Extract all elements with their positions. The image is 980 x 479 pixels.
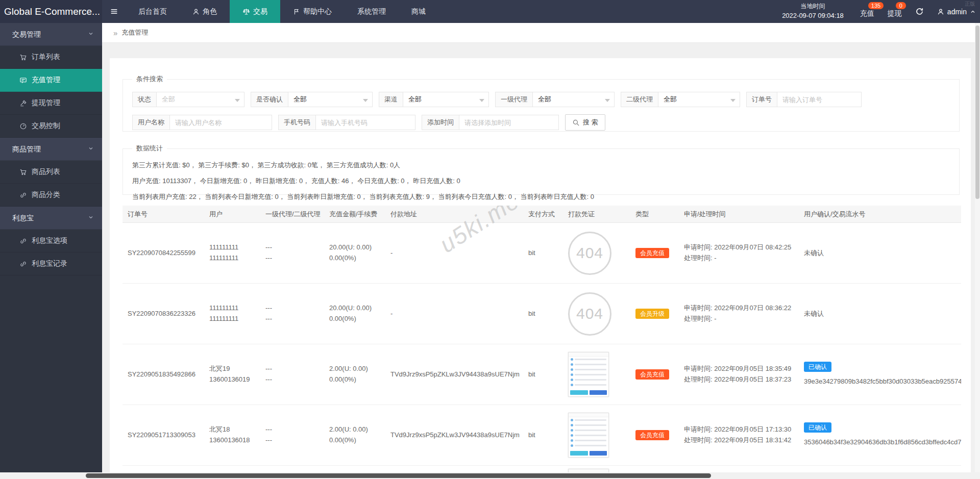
chevron-down-icon — [88, 31, 94, 37]
pay-method-cell: bit — [528, 248, 568, 259]
add-time-field-label: 添加时间 — [422, 115, 459, 130]
nav-mall[interactable]: 商城 — [399, 0, 438, 23]
sidebar-group-interest[interactable]: 利息宝 — [0, 207, 102, 230]
type-badge: 会员充值 — [635, 430, 669, 440]
pay-method-cell: bit — [528, 430, 568, 441]
cart-icon — [19, 168, 27, 176]
order-no: SY2209070836223326 — [128, 309, 209, 319]
times-cell: 申请时间: 2022年09月07日 08:36:22处理时间: - — [684, 303, 804, 324]
topbar: Global E-Commerce... 后台首页 角色 交易 帮助中心 系统管… — [0, 0, 980, 23]
col-user: 用户 — [209, 210, 265, 219]
vertical-scrollbar — [975, 23, 980, 472]
user-cell: 111111111111111111 — [209, 303, 265, 324]
order-no-input[interactable] — [777, 92, 862, 107]
nav-mall-label: 商城 — [411, 0, 426, 23]
hamburger-icon — [110, 7, 118, 16]
confirmed-badge: 已确认 — [804, 422, 831, 433]
nav-help-center[interactable]: 帮助中心 — [280, 0, 345, 23]
confirm-cell: 未确认 — [804, 248, 961, 259]
tx-hash: 39e3e34279809b3482fc5bbf30d03033b5eacb92… — [804, 376, 961, 387]
address-cell: TVd9Jrz9xsP5pZKLw3JV94438a9sUE7Njm — [390, 430, 528, 441]
gauge-icon — [19, 122, 27, 130]
type-cell: 会员充值 — [635, 430, 684, 441]
confirmed-value: 全部 — [288, 92, 373, 107]
menu-toggle-button[interactable] — [102, 0, 126, 23]
sidebar-item-withdraw-mgmt-label: 提现管理 — [32, 98, 60, 108]
page: Global E-Commerce... 后台首页 角色 交易 帮助中心 系统管… — [0, 0, 980, 479]
recharge-link[interactable]: 充值 135 — [860, 5, 874, 18]
phone-input[interactable] — [316, 115, 415, 130]
voucher-thumbnail[interactable] — [568, 413, 609, 458]
sidebar-item-goods-category[interactable]: 商品分类 — [0, 184, 102, 207]
horizontal-scrollbar — [0, 472, 980, 479]
sidebar-group-goods-label: 商品管理 — [12, 145, 41, 153]
type-cell: 会员升级 — [635, 309, 684, 319]
sidebar-group-trade-label: 交易管理 — [12, 30, 41, 38]
refresh-button[interactable] — [915, 7, 924, 16]
confirm-cell: 已确认 39e3e34279809b3482fc5bbf30d03033b5ea… — [804, 362, 961, 387]
voucher-cell — [568, 466, 635, 472]
app-logo: Global E-Commerce... — [0, 0, 102, 23]
table-row: SY2209051713309053 北冥1813600136018 -----… — [122, 405, 961, 466]
sidebar-item-order-list[interactable]: 订单列表 — [0, 46, 102, 69]
nav-system[interactable]: 系统管理 — [345, 0, 399, 23]
search-row-2: 用户名称 手机号码 添加时间 搜 索 — [132, 114, 605, 131]
order-no: SY2209051713309053 — [128, 430, 209, 441]
voucher-thumbnail[interactable] — [568, 352, 609, 397]
sidebar-item-interest-records[interactable]: 利息宝记录 — [0, 253, 102, 275]
sidebar-item-goods-list-label: 商品列表 — [32, 167, 60, 177]
search-row-1: 状态 全部 是否确认 全部 渠道 全部 一级代理 全部 二级代理 全部 — [132, 92, 862, 107]
link-icon — [19, 191, 27, 199]
sidebar-item-goods-list[interactable]: 商品列表 — [0, 161, 102, 184]
user-cell: 北冥1813600136018 — [209, 424, 265, 446]
status-select[interactable]: 状态 全部 — [132, 92, 244, 107]
select-arrow-icon — [730, 99, 736, 102]
sidebar-group-goods[interactable]: 商品管理 — [0, 138, 102, 161]
user-icon — [937, 8, 944, 15]
sidebar-item-recharge-mgmt[interactable]: 充值管理 — [0, 69, 102, 92]
times-cell: 申请时间: 2022年09月05日 18:35:49处理时间: 2022年09月… — [684, 364, 804, 385]
page-title: 充值管理 — [121, 28, 148, 37]
add-time-field: 添加时间 — [422, 115, 559, 130]
recharge-link-label: 充值 — [860, 9, 874, 17]
search-panel: 条件搜索 状态 全部 是否确认 全部 渠道 全部 一级代理 全部 — [122, 74, 960, 132]
stats-panel: 数据统计 第三方累计充值: $0， 第三方手续费: $0， 第三方成功收款: 0… — [122, 144, 960, 195]
agent2-select[interactable]: 二级代理 全部 — [621, 92, 740, 107]
agent-cell: ------ — [265, 364, 329, 385]
user-cell: 111111111111111111 — [209, 242, 265, 264]
search-panel-legend: 条件搜索 — [132, 74, 167, 84]
status-value: 全部 — [157, 92, 244, 107]
channel-value: 全部 — [403, 92, 489, 107]
sidebar-group-trade[interactable]: 交易管理 — [0, 23, 102, 46]
select-arrow-icon — [605, 99, 610, 102]
nav-dashboard[interactable]: 后台首页 — [126, 0, 180, 23]
sidebar-item-trade-control[interactable]: 交易控制 — [0, 115, 102, 138]
nav-roles[interactable]: 角色 — [180, 0, 230, 23]
confirm-text: 未确认 — [804, 310, 824, 317]
withdraw-link[interactable]: 提现 0 — [888, 5, 902, 18]
sidebar-item-withdraw-mgmt[interactable]: 提现管理 — [0, 92, 102, 115]
horizontal-scrollbar-thumb[interactable] — [86, 473, 711, 478]
agent1-label: 一级代理 — [495, 92, 533, 107]
channel-select[interactable]: 渠道 全部 — [379, 92, 489, 107]
sidebar-item-interest-options[interactable]: 利息宝选项 — [0, 230, 102, 253]
voucher-thumbnail[interactable] — [568, 469, 609, 472]
search-button[interactable]: 搜 索 — [565, 114, 605, 131]
username-input[interactable] — [170, 115, 272, 130]
col-address: 付款地址 — [390, 210, 528, 219]
channel-label: 渠道 — [379, 92, 403, 107]
tx-hash: 3536046b34f3e32904636db3b1f6d856cd3bffed… — [804, 437, 961, 448]
col-amount: 充值金额/手续费 — [329, 210, 390, 219]
link-icon — [19, 237, 27, 245]
nav-trade[interactable]: 交易 — [230, 0, 280, 23]
user-menu[interactable]: admin — [937, 8, 976, 16]
type-badge: 会员充值 — [635, 248, 669, 258]
vertical-scrollbar-thumb[interactable] — [975, 26, 979, 199]
person-icon — [192, 8, 200, 15]
add-time-input[interactable] — [459, 115, 559, 130]
order-no: SY2209070842255599 — [128, 248, 209, 259]
agent1-select[interactable]: 一级代理 全部 — [495, 92, 615, 107]
confirmed-select[interactable]: 是否确认 全部 — [251, 92, 373, 107]
type-badge: 会员升级 — [635, 309, 669, 319]
content-card: 条件搜索 状态 全部 是否确认 全部 渠道 全部 一级代理 全部 — [110, 58, 971, 472]
